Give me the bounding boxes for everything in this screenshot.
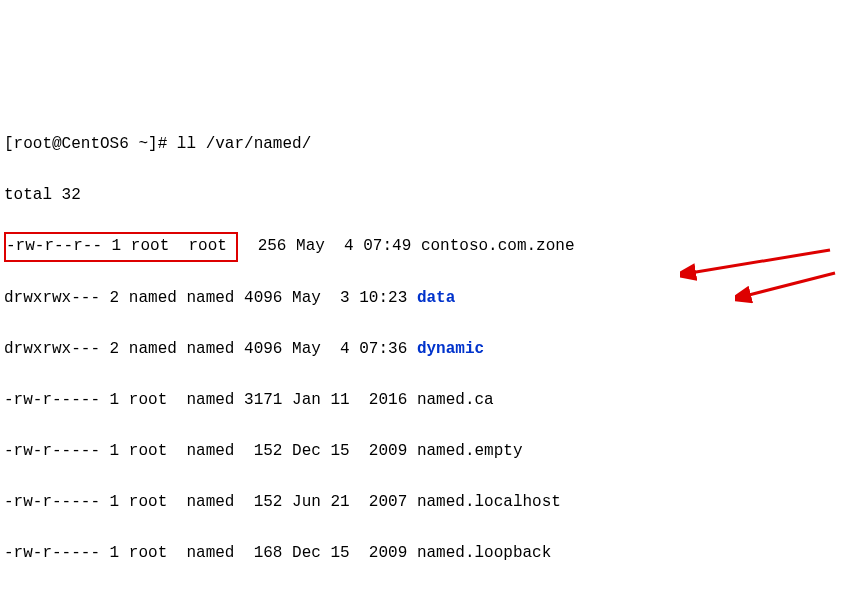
filename: named.ca <box>417 391 494 409</box>
command-text: ll /var/named/ <box>177 135 311 153</box>
listing-row: drwxrwx--- 2 named named 4096 May 4 07:3… <box>4 337 838 363</box>
filename: named.empty <box>417 442 523 460</box>
filename: named.localhost <box>417 493 561 511</box>
listing-row: -rw-r--r-- 1 root root 256 May 4 07:49 c… <box>4 234 838 260</box>
total-line: total 32 <box>4 183 838 209</box>
command-line: [root@CentOS6 ~]# ll /var/named/ <box>4 132 838 158</box>
terminal-output: [root@CentOS6 ~]# ll /var/named/ total 3… <box>4 106 838 590</box>
listing-row: -rw-r----- 1 root named 152 Jun 21 2007 … <box>4 490 838 516</box>
listing-row: -rw-r----- 1 root named 3171 Jan 11 2016… <box>4 388 838 414</box>
dirname: dynamic <box>417 340 484 358</box>
listing-row: -rw-r----- 1 root named 168 Dec 15 2009 … <box>4 541 838 567</box>
prompt: [root@CentOS6 ~]# <box>4 135 177 153</box>
dirname: data <box>417 289 455 307</box>
listing-row: -rw-r----- 1 root named 152 Dec 15 2009 … <box>4 439 838 465</box>
filename: named.loopback <box>417 544 551 562</box>
filename: contoso.com.zone <box>421 237 575 255</box>
listing-row: drwxrwx--- 2 named named 4096 May 3 10:2… <box>4 286 838 312</box>
highlight-box-before: -rw-r--r-- 1 root root <box>4 232 238 262</box>
